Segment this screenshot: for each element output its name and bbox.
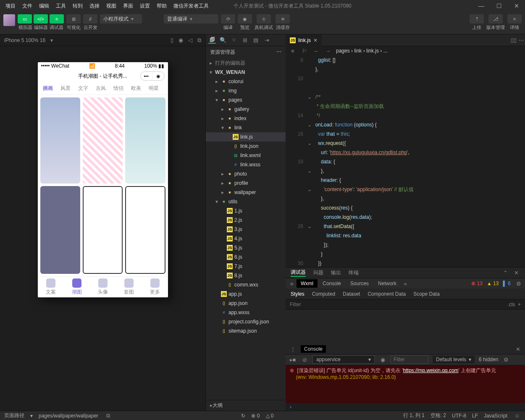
tree-item[interactable]: JS6.js	[206, 252, 286, 262]
hidden-count[interactable]: 6 hidden	[479, 357, 498, 362]
tree-item[interactable]: JS4.js	[206, 234, 286, 243]
language-info[interactable]: JavaScript	[484, 413, 507, 419]
tree-item[interactable]: ▸■photo	[206, 169, 286, 178]
tree-item[interactable]: ▾■utils	[206, 197, 286, 206]
menu-转到[interactable]: 转到	[70, 1, 86, 11]
panel-close-icon[interactable]: ✕	[512, 270, 520, 276]
tree-item[interactable]: JS3.js	[206, 225, 286, 234]
tree-item[interactable]: ▸■profile	[206, 178, 286, 188]
console-clear-icon[interactable]: ⊘	[301, 357, 308, 363]
ext-icon[interactable]: ⊞	[241, 37, 249, 43]
simulator-toggle[interactable]: ▭	[18, 14, 32, 24]
bookmark-icon[interactable]: ⚐	[301, 48, 308, 54]
tree-item[interactable]: JS1.js	[206, 206, 286, 215]
cls-toggle[interactable]: .cls	[507, 302, 515, 307]
mute-icon[interactable]: ◁	[188, 37, 192, 43]
panel-up-icon[interactable]: ⌃	[501, 270, 509, 276]
category-tab[interactable]: 插画	[43, 85, 53, 92]
menu-文件[interactable]: 文件	[19, 1, 35, 11]
editor-toggle[interactable]: </>	[34, 14, 48, 24]
wallpaper-thumb[interactable]	[125, 186, 165, 274]
styles-tab[interactable]: Component Data	[368, 291, 406, 297]
inspect-icon[interactable]: ⎆	[288, 281, 296, 287]
search-icon[interactable]: 🔍	[219, 37, 227, 43]
nav-item[interactable]: 头像	[98, 278, 108, 296]
minimize-button[interactable]: —	[475, 1, 487, 10]
open-editors-section[interactable]: ▸打开的编辑器	[206, 58, 286, 68]
category-tab[interactable]: 古风	[96, 85, 106, 92]
copy-path-icon[interactable]: ⧉	[104, 412, 112, 419]
wallpaper-thumb[interactable]	[40, 186, 80, 274]
eye-icon[interactable]: ◉	[379, 357, 386, 363]
device-info[interactable]: iPhone 5 100% 16	[4, 37, 45, 43]
warn-badge[interactable]: ▲ 13	[487, 281, 499, 286]
debugger-toggle[interactable]: ≡	[50, 14, 64, 24]
more-actions-icon[interactable]: ⋯	[276, 49, 281, 56]
error-badge[interactable]: ⊗ 13	[471, 281, 483, 286]
menu-项目[interactable]: 项目	[3, 1, 18, 11]
visual-button[interactable]: ⊞	[66, 14, 81, 24]
tree-item[interactable]: ▾■pages	[206, 95, 286, 105]
tree-item[interactable]: {}app.json	[206, 299, 286, 308]
menu-视图[interactable]: 视图	[103, 1, 119, 11]
explorer-icon[interactable]: 🗐	[208, 37, 216, 44]
page-path[interactable]: pages/wallpaper/wallpaper	[39, 413, 98, 419]
more-icon[interactable]: ⇥	[263, 37, 270, 43]
editor-more-icon[interactable]: ⋯	[517, 37, 525, 43]
styles-tab[interactable]: Dataset	[343, 291, 360, 297]
remote-debug-button[interactable]: ⎋	[257, 14, 271, 24]
wallpaper-thumb[interactable]	[83, 97, 123, 184]
tree-item[interactable]: ▸■wallpaper	[206, 188, 286, 197]
menu-帮助[interactable]: 帮助	[154, 1, 170, 11]
tree-item[interactable]: ▸■img	[206, 86, 286, 95]
menu-编辑[interactable]: 编辑	[36, 1, 52, 11]
console-toggle-icon[interactable]: ⋮	[289, 346, 297, 352]
split-editor-icon[interactable]: ▯▯	[510, 37, 517, 43]
compile-button[interactable]: ⟳	[221, 14, 235, 24]
devtab-wxml[interactable]: Wxml	[297, 279, 318, 288]
styles-tab[interactable]: Scope Data	[413, 291, 440, 297]
scene-icon[interactable]: ↻	[241, 413, 245, 419]
debugger-tab[interactable]: 问题	[313, 269, 323, 276]
nav-back-icon[interactable]: ←	[312, 48, 320, 54]
close-tab-icon[interactable]: ✕	[313, 37, 318, 43]
code-editor[interactable]: 8 10 14 16 19 26 30 ⌄ ⌄ ⌄ ⌄ ⌄ ⌄ gglist: …	[286, 55, 525, 267]
details-button[interactable]: ≡	[507, 14, 522, 24]
category-tab[interactable]: 欧美	[131, 85, 141, 92]
db-icon[interactable]: ▤	[252, 37, 260, 43]
console-tab[interactable]: Console	[301, 345, 326, 353]
styles-tab[interactable]: Computed	[312, 291, 335, 297]
encoding-info[interactable]: UTF-8	[452, 413, 466, 419]
menu-设置[interactable]: 设置	[137, 1, 153, 11]
devtools-settings-icon[interactable]: ⚙	[515, 281, 522, 287]
menu-选择[interactable]: 选择	[87, 1, 102, 11]
breadcrumb[interactable]: pages › link › link.js › ...	[336, 48, 388, 54]
tree-item[interactable]: JS7.js	[206, 262, 286, 271]
editor-tab[interactable]: JSlink.js✕	[286, 34, 322, 46]
tree-item[interactable]: ▸■colorui	[206, 77, 286, 86]
tree-item[interactable]: #app.wxss	[206, 308, 286, 317]
status-errors[interactable]: ⊗ 0	[251, 413, 260, 419]
nav-item[interactable]: 潮图	[72, 278, 82, 296]
mode-dropdown[interactable]: 小程序模式	[100, 14, 142, 24]
category-tab[interactable]: 风景	[60, 85, 71, 92]
tree-item[interactable]: JS5.js	[206, 243, 286, 252]
cursor-position[interactable]: 行 1, 列 1	[403, 412, 425, 419]
debugger-tab[interactable]: 终端	[349, 269, 359, 276]
category-tab[interactable]: 情侣	[113, 85, 123, 92]
clear-cache-button[interactable]: ≋	[276, 14, 290, 24]
capsule-button[interactable]: •••◉	[140, 71, 165, 81]
tree-item[interactable]: ▸■index	[206, 114, 286, 123]
category-tab[interactable]: 文字	[78, 85, 88, 92]
info-badge[interactable]: ▌ 6	[503, 281, 511, 286]
git-icon[interactable]: ⑂	[230, 37, 238, 43]
console-filter-input[interactable]	[391, 355, 428, 364]
cut-icon[interactable]: ⧉	[197, 37, 201, 44]
devtab-network[interactable]: Network	[374, 279, 401, 288]
tree-item[interactable]: JS2.js	[206, 215, 286, 225]
menu-微信开发者工具[interactable]: 微信开发者工具	[171, 1, 212, 11]
nav-item[interactable]: 文案	[46, 278, 56, 296]
devtab-console[interactable]: Console	[318, 279, 345, 288]
console-close-icon[interactable]: ✕	[514, 346, 522, 352]
tree-item[interactable]: #link.wxss	[206, 160, 286, 169]
